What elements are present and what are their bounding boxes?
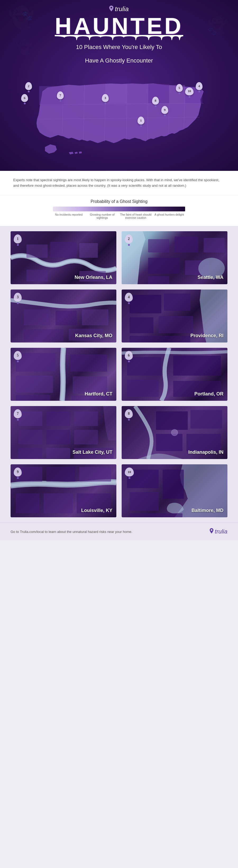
us-map-container: 2 6 7 3 8 xyxy=(10,70,228,163)
city-card-5: 5 Hartford, CT xyxy=(10,348,116,401)
header-section: 👻 👻 👻 🐾 🐾 trulia HAUNTED 10 Places Where… xyxy=(0,0,238,171)
svg-rect-54 xyxy=(46,448,70,459)
cities-section: 1 New Orleans, LA 2 xyxy=(0,226,238,523)
map-badge-10: 10 xyxy=(185,87,194,98)
footer-pin-icon xyxy=(210,528,213,535)
city-number-badge-6: 6 xyxy=(125,351,133,362)
badge-dot-8 xyxy=(155,105,157,107)
city-badge-dot-8 xyxy=(128,419,130,421)
svg-point-60 xyxy=(171,429,178,436)
legend-gradient-bar xyxy=(53,207,185,211)
badge-num-2: 2 xyxy=(25,82,32,90)
svg-rect-20 xyxy=(148,239,169,252)
svg-rect-29 xyxy=(82,309,108,325)
footer-logo: trulia xyxy=(210,528,228,535)
svg-rect-50 xyxy=(19,430,42,444)
svg-rect-35 xyxy=(159,316,193,333)
city-card-10: 10 Baltimore, MD xyxy=(122,464,228,517)
map-badge-9: 9 xyxy=(161,106,168,116)
svg-rect-40 xyxy=(70,354,107,372)
svg-rect-39 xyxy=(16,395,50,401)
city-number-badge-8: 8 xyxy=(125,409,133,421)
badge-num-5: 5 xyxy=(176,84,183,92)
svg-rect-62 xyxy=(46,467,75,482)
city-card-7: 7 Salt Lake City, UT xyxy=(10,406,116,459)
svg-rect-70 xyxy=(130,513,182,517)
city-ghost-badge-9: 9 xyxy=(14,467,22,476)
svg-rect-45 xyxy=(127,379,159,397)
legend-labels: No incidents reported Growing number of … xyxy=(53,213,185,219)
map-badge-8: 8 xyxy=(152,97,159,107)
city-name-10: Baltimore, MD xyxy=(192,508,224,513)
svg-rect-27 xyxy=(24,309,50,325)
svg-rect-57 xyxy=(191,410,222,429)
badge-num-6: 6 xyxy=(21,94,28,102)
info-paragraph: Experts note that spectral sightings are… xyxy=(13,178,225,189)
city-ghost-badge-8: 8 xyxy=(125,409,133,418)
badge-num-1: 1 xyxy=(137,117,144,124)
svg-rect-25 xyxy=(148,276,169,284)
svg-rect-68 xyxy=(130,492,159,511)
badge-dot-9 xyxy=(164,115,166,116)
badge-dot-1 xyxy=(140,125,142,127)
city-name-1: New Orleans, LA xyxy=(75,275,112,280)
cities-grid: 1 New Orleans, LA 2 xyxy=(10,231,228,517)
legend-label-3: A ghost hunters delight xyxy=(154,213,185,219)
city-badge-dot-6 xyxy=(128,361,130,362)
map-badge-5: 5 xyxy=(176,84,183,94)
city-name-2: Seattle, WA xyxy=(198,275,224,280)
city-ghost-badge-5: 5 xyxy=(14,351,22,360)
badge-dot-10 xyxy=(189,96,191,98)
city-ghost-badge-2: 2 xyxy=(125,235,133,243)
city-name-3: Kansas City, MO xyxy=(75,333,112,339)
city-name-6: Portland, OR xyxy=(194,391,224,397)
city-badge-dot-9 xyxy=(17,477,19,479)
legend-label-0: No incidents reported xyxy=(53,213,84,219)
city-card-2: 2 Seattle, WA xyxy=(122,231,228,284)
badge-dot-4 xyxy=(198,91,200,92)
city-badge-dot-1 xyxy=(17,244,19,246)
logo-text: trulia xyxy=(115,5,129,13)
footer-text: Go to Trulia.com/local to learn about th… xyxy=(10,530,132,534)
city-badge-dot-2 xyxy=(128,244,130,246)
footer-logo-text: trulia xyxy=(215,528,228,535)
city-card-1: 1 New Orleans, LA xyxy=(10,231,116,284)
svg-rect-34 xyxy=(130,317,154,333)
svg-rect-17 xyxy=(79,243,98,258)
city-ghost-badge-6: 6 xyxy=(125,351,133,360)
footer-section: Go to Trulia.com/local to learn about th… xyxy=(0,523,238,540)
badge-dot-6 xyxy=(24,102,26,104)
city-name-8: Indianapolis, IN xyxy=(188,450,224,455)
city-badge-dot-5 xyxy=(17,361,19,362)
svg-rect-32 xyxy=(130,295,161,313)
info-section: Experts note that spectral sightings are… xyxy=(0,171,238,195)
city-number-badge-2: 2 xyxy=(125,235,133,246)
svg-rect-37 xyxy=(16,353,56,372)
svg-rect-59 xyxy=(186,434,221,451)
city-ghost-badge-4: 4 xyxy=(125,293,133,302)
badge-num-4: 4 xyxy=(196,82,203,90)
city-name-7: Salt Lake City, UT xyxy=(72,450,112,455)
map-badge-7: 7 xyxy=(57,91,64,102)
svg-rect-63 xyxy=(79,467,111,482)
svg-rect-36 xyxy=(130,336,191,342)
badge-num-10: 10 xyxy=(185,87,194,95)
city-name-9: Louisville, KY xyxy=(81,508,112,513)
city-number-badge-5: 5 xyxy=(14,351,22,362)
svg-rect-56 xyxy=(156,411,188,430)
city-ghost-badge-1: 1 xyxy=(14,235,22,243)
city-number-badge-9: 9 xyxy=(14,467,22,479)
city-badge-dot-3 xyxy=(17,302,19,304)
map-badge-6: 6 xyxy=(21,94,28,104)
map-badge-3: 3 xyxy=(102,94,109,104)
svg-rect-49 xyxy=(74,411,98,426)
svg-rect-22 xyxy=(204,238,225,252)
legend-label-1: Growing number of sightings xyxy=(87,213,118,219)
city-number-badge-10: 10 xyxy=(125,467,134,479)
city-ghost-badge-10: 10 xyxy=(125,467,134,476)
us-map-svg xyxy=(10,70,228,163)
svg-rect-51 xyxy=(46,430,70,444)
legend-section: Probability of a Ghost Sighting No incid… xyxy=(0,195,238,226)
city-number-badge-7: 7 xyxy=(14,409,22,421)
city-name-5: Hartford, CT xyxy=(84,391,112,397)
